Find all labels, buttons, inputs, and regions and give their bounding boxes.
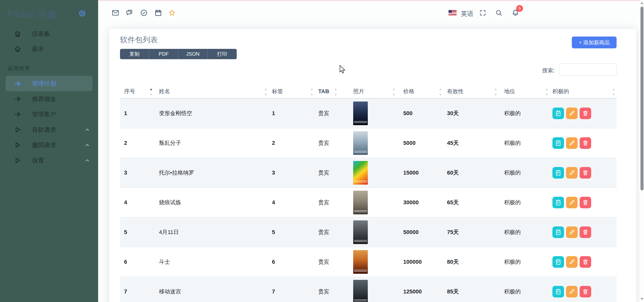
mail-icon[interactable] [112,9,119,17]
sort-asc-icon[interactable]: ▲ [310,87,313,91]
schedule-action-button[interactable] [552,197,564,208]
notepad-icon [555,199,561,206]
sidebar-item-薪水[interactable]: 薪水 [0,41,98,56]
edit-action-button[interactable] [566,137,578,149]
sort-desc-icon[interactable]: ▼ [439,93,442,96]
schedule-action-button[interactable] [552,256,564,268]
delete-action-button[interactable] [580,226,591,238]
progress-line [98,0,644,1]
export-button-PDF[interactable]: PDF [149,49,178,59]
sort-desc-icon[interactable]: ▼ [392,93,395,96]
fullscreen-icon[interactable] [479,9,486,16]
sort-asc-icon[interactable]: ▲ [334,87,337,91]
column-header-姓名[interactable]: 姓名 [159,88,170,95]
delete-action-button[interactable] [580,108,591,119]
11th-april-poster [353,220,368,244]
schedule-action-button[interactable] [552,108,564,119]
schedule-action-button[interactable] [552,167,564,179]
sidebar-item-设置[interactable]: 设置 [0,153,98,168]
sidebar-item-管理计划[interactable]: 管理计划 [6,76,93,91]
page-title: 软件包列表 [120,35,158,45]
sidebar-item-撤回请求[interactable]: 撤回请求 [0,137,98,153]
edit-action-button[interactable] [566,167,578,179]
search-icon[interactable] [495,9,502,16]
sort-desc-icon[interactable]: ▼ [149,93,153,96]
scrollbar-up-arrow[interactable] [640,2,643,4]
cell-validity: 75天 [447,228,459,236]
maze-runner-poster [353,280,368,302]
cell-price: 50000 [403,229,419,236]
delete-action-button[interactable] [580,286,591,297]
table-body: 1变形金刚悟空1贵宾50030天积极的2叛乱分子2贵宾500045天积极的3托尔… [120,99,617,302]
column-header-有效性[interactable]: 有效性 [447,88,464,95]
edit-action-button[interactable] [566,226,578,238]
sort-desc-icon[interactable]: ▼ [545,93,548,96]
scrollbar-down-arrow[interactable] [640,298,643,300]
app-logo: Flickiri 乐趣 [8,9,57,19]
edit-action-button[interactable] [566,256,578,268]
export-button-JSON[interactable]: JSON [178,49,208,59]
sort-asc-icon[interactable]: ▲ [439,87,442,91]
sort-desc-icon[interactable]: ▼ [494,93,497,96]
sort-desc-icon[interactable]: ▼ [334,93,337,96]
row-actions [552,286,591,297]
edit-action-button[interactable] [566,108,578,119]
schedule-action-button[interactable] [552,137,564,149]
language-selector[interactable]: 英语 [461,10,473,18]
sidebar-item-label: 撤回请求 [32,141,56,149]
delete-action-button[interactable] [580,137,591,149]
pencil-icon [569,199,575,206]
column-header-TAB[interactable]: TAB [318,88,329,95]
pencil-icon [569,110,575,117]
schedule-action-button[interactable] [552,226,564,238]
sort-desc-icon[interactable]: ▼ [264,93,267,96]
add-product-button[interactable]: + 添加新商品 [572,37,617,48]
edit-action-button[interactable] [566,286,578,297]
us-flag-icon[interactable] [449,10,457,15]
column-header-积极的[interactable]: 积极的 [552,88,569,95]
logo-row: Flickiri 乐趣 [8,8,93,21]
sort-asc-icon[interactable]: ▲ [545,87,548,91]
column-header-标签[interactable]: 标签 [272,88,283,95]
scrollbar-thumb[interactable] [640,7,643,190]
sidebar-item-推荐佣金[interactable]: 推荐佣金 [0,91,98,107]
sort-asc-icon[interactable]: ▲ [392,87,395,91]
sidebar-item-存款请求[interactable]: 存款请求 [0,122,98,137]
column-header-价格[interactable]: 价格 [403,88,414,95]
delete-action-button[interactable] [580,197,591,208]
target-icon[interactable] [78,10,86,17]
delete-action-button[interactable] [580,256,591,268]
delete-action-button[interactable] [580,167,591,179]
search-input[interactable] [559,63,617,76]
column-header-序号[interactable]: 序号 [124,88,135,95]
column-header-地位[interactable]: 地位 [504,88,515,95]
row-actions [552,197,591,208]
table-row: 54月11日5贵宾5000075天积极的 [120,218,617,247]
sidebar-item-管理客户[interactable]: 管理客户 [0,107,98,122]
sort-asc-icon[interactable]: ▲ [494,87,497,91]
pencil-icon [569,259,575,265]
sort-desc-icon[interactable]: ▼ [612,93,615,96]
check-circle-icon[interactable] [140,9,148,17]
cell-price: 15000 [403,170,419,176]
star-icon[interactable] [168,9,176,17]
column-header-照片[interactable]: 照片 [353,88,364,95]
sidebar-item-仪表板[interactable]: 仪表板 [0,26,98,41]
edit-action-button[interactable] [566,197,578,208]
sort-asc-icon[interactable]: ▲ [149,87,153,91]
export-button-打印[interactable]: 打印 [208,49,237,59]
sort-desc-icon[interactable]: ▼ [310,93,313,96]
pencil-icon [569,288,575,295]
cell-tag: 4 [272,199,275,206]
sort-asc-icon[interactable]: ▲ [612,87,615,91]
cell-name: 烧痕试炼 [159,199,181,206]
cell-name: 移动迷宫 [159,288,181,295]
calendar-icon[interactable] [154,9,162,17]
trash-icon [582,199,589,206]
sort-asc-icon[interactable]: ▲ [264,87,267,91]
schedule-action-button[interactable] [552,286,564,297]
chat-icon[interactable] [126,9,133,17]
row-actions [552,226,591,238]
export-button-复制[interactable]: 复制 [120,49,149,59]
row-actions [552,137,591,149]
